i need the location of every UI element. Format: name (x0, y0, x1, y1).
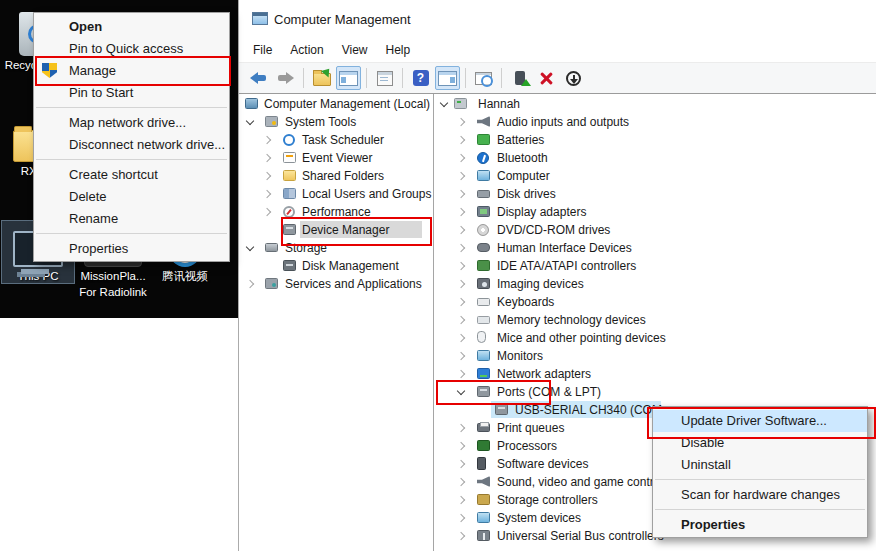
console-tree-pane: Computer Management (Local)System ToolsT… (240, 94, 434, 551)
disable-down-icon (566, 71, 581, 86)
menu-item-label: Disconnect network drive... (69, 137, 225, 152)
chevron-right-icon[interactable] (457, 208, 465, 216)
chevron-down-icon[interactable] (246, 117, 254, 125)
menu-item-pin-to-quick-access[interactable]: Pin to Quick access (34, 38, 229, 60)
computer-icon (477, 170, 490, 181)
menubar-item-view[interactable]: View (333, 40, 377, 60)
tree-item-bluetooth[interactable]: Bluetooth (437, 149, 876, 167)
toolbar-button-help[interactable] (408, 66, 433, 90)
toolbar-button-forward-arrow[interactable] (273, 66, 298, 90)
tree-item-ports-com-lpt[interactable]: Ports (COM & LPT) (437, 383, 876, 401)
toolbar-button-find-window[interactable] (471, 66, 496, 90)
tree-item-audio-inputs-and-outputs[interactable]: Audio inputs and outputs (437, 113, 876, 131)
toolbar-button-back-arrow[interactable] (246, 66, 271, 90)
tree-item-storage[interactable]: Storage (240, 239, 433, 257)
chevron-right-icon[interactable] (457, 298, 465, 306)
tree-item-label: Audio inputs and outputs (495, 115, 631, 130)
chevron-right-icon[interactable] (457, 154, 465, 162)
chevron-right-icon[interactable] (457, 514, 465, 522)
chevron-right-icon[interactable] (457, 424, 465, 432)
menu-item-properties[interactable]: Properties (34, 238, 229, 260)
menu-item-map-network-drive[interactable]: Map network drive... (34, 112, 229, 134)
menubar-item-action[interactable]: Action (281, 40, 332, 60)
tree-item-network-adapters[interactable]: Network adapters (437, 365, 876, 383)
tree-item-ide-ata-atapi-controllers[interactable]: IDE ATA/ATAPI controllers (437, 257, 876, 275)
menu-item-create-shortcut[interactable]: Create shortcut (34, 164, 229, 186)
tree-item-human-interface-devices[interactable]: Human Interface Devices (437, 239, 876, 257)
menubar-item-help[interactable]: Help (377, 40, 420, 60)
chevron-right-icon[interactable] (263, 190, 271, 198)
tree-item-task-scheduler[interactable]: Task Scheduler (240, 131, 433, 149)
toolbar-button-console-tree-toggle[interactable] (336, 66, 361, 90)
toolbar-button-export-folder[interactable] (309, 66, 334, 90)
tree-item-label: IDE ATA/ATAPI controllers (495, 259, 638, 274)
menu-item-open[interactable]: Open (34, 16, 229, 38)
chevron-right-icon[interactable] (457, 334, 465, 342)
chevron-right-icon[interactable] (457, 442, 465, 450)
tree-item-keyboards[interactable]: Keyboards (437, 293, 876, 311)
toolbar-button-update-driver[interactable] (507, 66, 532, 90)
chevron-right-icon[interactable] (263, 208, 271, 216)
tree-item-dvd-cd-rom-drives[interactable]: DVD/CD-ROM drives (437, 221, 876, 239)
chevron-right-icon[interactable] (457, 496, 465, 504)
toolbar-button-uninstall-x[interactable] (534, 66, 559, 90)
chevron-right-icon[interactable] (457, 226, 465, 234)
chevron-right-icon[interactable] (457, 316, 465, 324)
tree-item-computer[interactable]: Computer (437, 167, 876, 185)
menu-item-disconnect-network-drive[interactable]: Disconnect network drive... (34, 134, 229, 156)
chevron-right-icon[interactable] (457, 352, 465, 360)
tree-item-label: Device Manager (300, 223, 391, 238)
tree-item-mice-and-other-pointing-devices[interactable]: Mice and other pointing devices (437, 329, 876, 347)
chevron-right-icon[interactable] (457, 460, 465, 468)
tree-item-label: Local Users and Groups (300, 187, 433, 202)
tree-item-event-viewer[interactable]: Event Viewer (240, 149, 433, 167)
tree-item-monitors[interactable]: Monitors (437, 347, 876, 365)
tree-item-display-adapters[interactable]: Display adapters (437, 203, 876, 221)
chevron-right-icon[interactable] (457, 118, 465, 126)
chevron-right-icon[interactable] (263, 136, 271, 144)
tree-item-performance[interactable]: Performance (240, 203, 433, 221)
chevron-right-icon[interactable] (246, 280, 254, 288)
chevron-down-icon[interactable] (457, 387, 465, 395)
menubar-item-file[interactable]: File (244, 40, 281, 60)
menu-item-rename[interactable]: Rename (34, 208, 229, 230)
menu-item-delete[interactable]: Delete (34, 186, 229, 208)
menu-item-disable[interactable]: Disable (653, 432, 867, 454)
chevron-right-icon[interactable] (457, 280, 465, 288)
chevron-right-icon[interactable] (457, 190, 465, 198)
chevron-right-icon[interactable] (457, 370, 465, 378)
tree-item-computer-management-local[interactable]: Computer Management (Local) (240, 95, 433, 113)
chevron-right-icon[interactable] (457, 478, 465, 486)
tree-item-memory-technology-devices[interactable]: Memory technology devices (437, 311, 876, 329)
menu-item-pin-to-start[interactable]: Pin to Start (34, 82, 229, 104)
tree-item-local-users-and-groups[interactable]: Local Users and Groups (240, 185, 433, 203)
tree-item-system-tools[interactable]: System Tools (240, 113, 433, 131)
tree-item-shared-folders[interactable]: Shared Folders (240, 167, 433, 185)
tree-item-imaging-devices[interactable]: Imaging devices (437, 275, 876, 293)
chevron-right-icon[interactable] (457, 262, 465, 270)
imaging-icon (477, 278, 490, 289)
menu-item-scan-for-hardware-changes[interactable]: Scan for hardware changes (653, 484, 867, 506)
chevron-right-icon[interactable] (263, 154, 271, 162)
menu-item-update-driver-software[interactable]: Update Driver Software... (653, 410, 867, 432)
tree-item-device-manager[interactable]: Device Manager (240, 221, 433, 239)
menu-item-label: Open (69, 19, 102, 34)
chevron-down-icon[interactable] (440, 99, 448, 107)
tree-item-hannah[interactable]: Hannah (437, 95, 876, 113)
chevron-right-icon[interactable] (457, 532, 465, 540)
chevron-right-icon[interactable] (457, 136, 465, 144)
menu-item-properties[interactable]: Properties (653, 514, 867, 536)
menu-item-uninstall[interactable]: Uninstall (653, 454, 867, 476)
toolbar-button-properties-window[interactable] (372, 66, 397, 90)
tree-item-disk-drives[interactable]: Disk drives (437, 185, 876, 203)
tree-item-services-and-applications[interactable]: Services and Applications (240, 275, 433, 293)
toolbar-button-disable-down[interactable] (561, 66, 586, 90)
menu-item-manage[interactable]: Manage (34, 60, 229, 82)
chevron-right-icon[interactable] (457, 172, 465, 180)
tree-item-disk-management[interactable]: Disk Management (240, 257, 433, 275)
chevron-right-icon[interactable] (263, 172, 271, 180)
chevron-right-icon[interactable] (457, 244, 465, 252)
chevron-down-icon[interactable] (246, 243, 254, 251)
toolbar-button-action-pane-toggle[interactable] (435, 66, 460, 90)
tree-item-batteries[interactable]: Batteries (437, 131, 876, 149)
